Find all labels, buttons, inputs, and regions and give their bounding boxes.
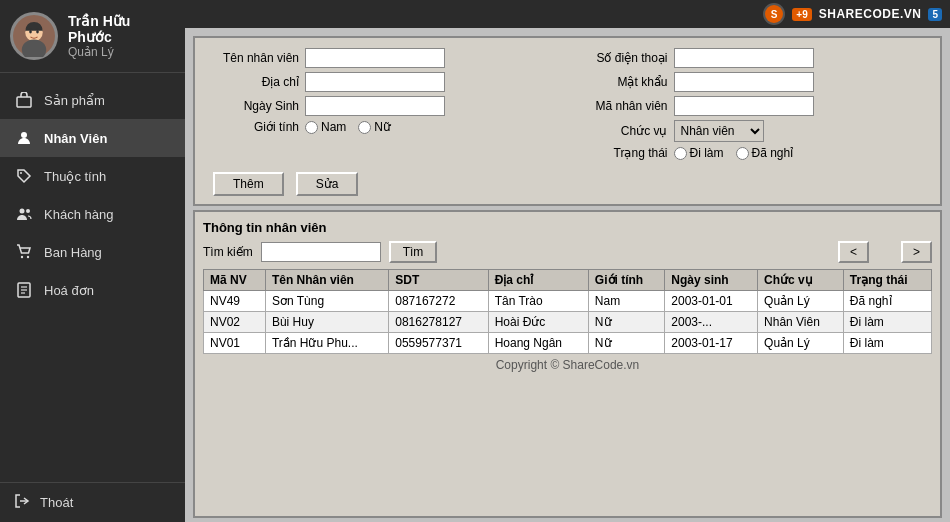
table-row[interactable]: NV49Sơn Tùng087167272Tân TràoNam2003-01-… [204, 291, 932, 312]
search-button[interactable]: Tìm [389, 241, 438, 263]
cart-icon [14, 242, 34, 262]
col-ma-nv: Mã NV [204, 270, 266, 291]
form-panel: Tên nhân viên Địa chỉ Ngày Sinh Giới tín… [193, 36, 942, 206]
label-chuc-vu: Chức vụ [578, 124, 668, 138]
sidebar-item-thuoc-tinh[interactable]: Thuộc tính [0, 157, 185, 195]
radio-da-nghi-label[interactable]: Đã nghỉ [736, 146, 794, 160]
sidebar-item-ban-hang[interactable]: Ban Hàng [0, 233, 185, 271]
table-cell: 0559577371 [389, 333, 488, 354]
table-cell: Đi làm [843, 333, 931, 354]
table-cell: Đã nghỉ [843, 291, 931, 312]
form-row-mat-khau: Mật khẩu [578, 72, 927, 92]
form-right-col: Số điện thoại Mật khẩu Mã nhân viên Chức… [578, 48, 927, 164]
svg-point-8 [20, 209, 25, 214]
badge-5: 5 [928, 8, 942, 21]
radio-di-lam[interactable] [674, 147, 687, 160]
box-icon [14, 90, 34, 110]
col-gioi-tinh: Giới tính [588, 270, 664, 291]
radio-nu-label[interactable]: Nữ [358, 120, 391, 134]
table-title: Thông tin nhân viên [203, 220, 932, 235]
search-input[interactable] [261, 242, 381, 262]
table-cell: Bùi Huy [265, 312, 388, 333]
sidebar-item-nhan-vien[interactable]: Nhân Viên [0, 119, 185, 157]
customer-icon [14, 204, 34, 224]
radio-group-gioi-tinh: Nam Nữ [305, 120, 391, 134]
label-trang-thai: Trạng thái [578, 146, 668, 160]
sidebar-item-khach-hang[interactable]: Khách hàng [0, 195, 185, 233]
form-left-col: Tên nhân viên Địa chỉ Ngày Sinh Giới tín… [209, 48, 558, 164]
invoice-icon [14, 280, 34, 300]
search-bar: Tìm kiếm Tìm < > [203, 241, 932, 263]
input-mat-khau[interactable] [674, 72, 814, 92]
sidebar-header: Trần Hữu Phước Quản Lý [0, 0, 185, 73]
input-ten-nhan-vien[interactable] [305, 48, 445, 68]
form-row-gioi-tinh: Giới tính Nam Nữ [209, 120, 558, 134]
label-ma-nhan-vien: Mã nhân viên [578, 99, 668, 113]
table-cell: Trần Hữu Phu... [265, 333, 388, 354]
table-cell: Quản Lý [758, 333, 844, 354]
input-ngay-sinh[interactable] [305, 96, 445, 116]
form-row-ma-nv: Mã nhân viên [578, 96, 927, 116]
sidebar: Trần Hữu Phước Quản Lý Sản phẩm Nhân Viê… [0, 0, 185, 522]
input-ma-nhan-vien[interactable] [674, 96, 814, 116]
table-cell: 087167272 [389, 291, 488, 312]
form-row-ngay-sinh: Ngày Sinh [209, 96, 558, 116]
sidebar-item-label: Ban Hàng [44, 245, 102, 260]
table-cell: Nữ [588, 333, 664, 354]
avatar [10, 12, 58, 60]
select-chuc-vu[interactable]: Nhân viên Quản Lý [674, 120, 764, 142]
label-ngay-sinh: Ngày Sinh [209, 99, 299, 113]
radio-nam-label[interactable]: Nam [305, 120, 346, 134]
radio-da-nghi[interactable] [736, 147, 749, 160]
sidebar-item-label: Thuộc tính [44, 169, 106, 184]
radio-di-lam-label[interactable]: Đi làm [674, 146, 724, 160]
sidebar-item-label: Hoá đơn [44, 283, 94, 298]
svg-text:S: S [771, 9, 778, 20]
col-sdt: SDT [389, 270, 488, 291]
table-cell: Nữ [588, 312, 664, 333]
label-dia-chi: Địa chỉ [209, 75, 299, 89]
logout-label: Thoát [40, 495, 73, 510]
table-cell: Quản Lý [758, 291, 844, 312]
col-trang-thai: Trạng thái [843, 270, 931, 291]
table-panel: Thông tin nhân viên Tìm kiếm Tìm < > Mã … [193, 210, 942, 518]
radio-nam[interactable] [305, 121, 318, 134]
table-row[interactable]: NV02Bùi Huy0816278127Hoài ĐứcNữ2003-...N… [204, 312, 932, 333]
input-so-dien-thoai[interactable] [674, 48, 814, 68]
form-row-dia-chi: Địa chỉ [209, 72, 558, 92]
label-so-dien-thoai: Số điện thoại [578, 51, 668, 65]
user-role: Quản Lý [68, 45, 175, 59]
logo-icon: S [763, 3, 785, 25]
form-row-sdt: Số điện thoại [578, 48, 927, 68]
table-row[interactable]: NV01Trần Hữu Phu...0559577371Hoang NgânN… [204, 333, 932, 354]
next-button[interactable]: > [901, 241, 932, 263]
table-cell: Nam [588, 291, 664, 312]
sidebar-footer-logout[interactable]: Thoát [0, 482, 185, 522]
table-head: Mã NV Tên Nhân viên SDT Địa chỉ Giới tín… [204, 270, 932, 291]
logo-text: SHARECODE.VN [819, 7, 922, 21]
tag-icon [14, 166, 34, 186]
radio-nu[interactable] [358, 121, 371, 134]
label-gioi-tinh: Giới tính [209, 120, 299, 134]
table-cell: Nhân Viên [758, 312, 844, 333]
label-ten-nhan-vien: Tên nhân viên [209, 51, 299, 65]
person-icon [14, 128, 34, 148]
table-cell: Đi làm [843, 312, 931, 333]
footer-copyright: Copyright © ShareCode.vn [203, 354, 932, 374]
form-row-chuc-vu: Chức vụ Nhân viên Quản Lý [578, 120, 927, 142]
sidebar-item-hoa-don[interactable]: Hoá đơn [0, 271, 185, 309]
table-cell: 2003-01-17 [665, 333, 758, 354]
svg-rect-5 [17, 97, 31, 107]
svg-point-7 [20, 172, 22, 174]
sidebar-item-label: Sản phẩm [44, 93, 105, 108]
table-header-row: Mã NV Tên Nhân viên SDT Địa chỉ Giới tín… [204, 270, 932, 291]
sidebar-item-san-pham[interactable]: Sản phẩm [0, 81, 185, 119]
prev-button[interactable]: < [838, 241, 869, 263]
svg-point-6 [21, 132, 27, 138]
sua-button[interactable]: Sửa [296, 172, 359, 196]
input-dia-chi[interactable] [305, 72, 445, 92]
them-button[interactable]: Thêm [213, 172, 284, 196]
col-ten-nv: Tên Nhân viên [265, 270, 388, 291]
table-cell: Sơn Tùng [265, 291, 388, 312]
col-dia-chi: Địa chỉ [488, 270, 588, 291]
